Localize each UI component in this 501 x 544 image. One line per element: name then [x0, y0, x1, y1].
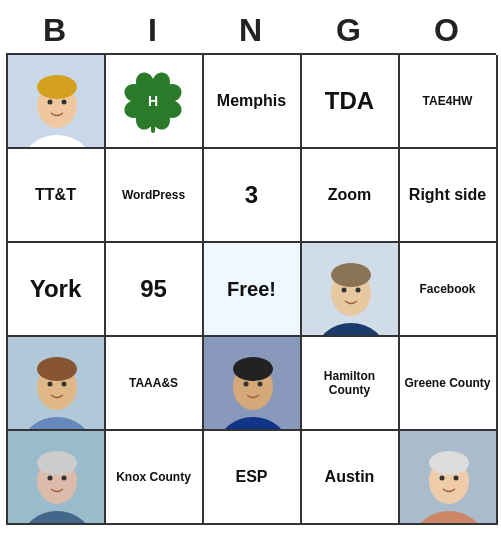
bingo-header: BINGO [6, 8, 496, 53]
cell-text-r3-c3: Hamilton County [304, 369, 396, 398]
svg-point-17 [37, 357, 77, 381]
cell-r3-c2 [204, 337, 302, 431]
cell-r4-c0 [8, 431, 106, 525]
header-letter-g: G [300, 8, 398, 53]
svg-point-25 [257, 382, 262, 387]
cell-r1-c4: Right side [400, 149, 498, 243]
bingo-grid: H MemphisTDATAE4HWTT&TWordPress3ZoomRigh… [6, 53, 496, 525]
cell-text-r0-c4: TAE4HW [423, 94, 473, 108]
svg-text:H: H [148, 93, 158, 109]
header-letter-i: I [104, 8, 202, 53]
svg-point-19 [61, 382, 66, 387]
svg-point-23 [233, 357, 273, 381]
svg-point-4 [47, 100, 52, 105]
header-letter-n: N [202, 8, 300, 53]
cell-text-r0-c3: TDA [325, 87, 374, 115]
cell-text-r1-c0: TT&T [35, 186, 76, 204]
svg-point-35 [429, 451, 469, 475]
cell-r3-c3: Hamilton County [302, 337, 400, 431]
cell-r1-c2: 3 [204, 149, 302, 243]
header-letter-b: B [6, 8, 104, 53]
cell-r1-c0: TT&T [8, 149, 106, 243]
svg-point-37 [453, 476, 458, 481]
cell-r0-c3: TDA [302, 55, 400, 149]
cell-r3-c4: Greene County [400, 337, 498, 431]
cell-r0-c2: Memphis [204, 55, 302, 149]
cell-text-r4-c1: Knox County [116, 470, 191, 484]
cell-r4-c2: ESP [204, 431, 302, 525]
svg-point-11 [331, 263, 371, 287]
svg-point-29 [37, 451, 77, 475]
cell-text-r2-c1: 95 [140, 275, 167, 303]
cell-r2-c0: York [8, 243, 106, 337]
cell-text-r1-c4: Right side [409, 185, 486, 204]
free-space-text: Free! [227, 278, 276, 301]
svg-point-31 [61, 476, 66, 481]
cell-r4-c1: Knox County [106, 431, 204, 525]
cell-r0-c4: TAE4HW [400, 55, 498, 149]
cell-r2-c4: Facebook [400, 243, 498, 337]
svg-point-36 [439, 476, 444, 481]
svg-point-3 [37, 75, 77, 99]
header-letter-o: O [398, 8, 496, 53]
cell-r2-c3 [302, 243, 400, 337]
cell-text-r3-c1: TAAA&S [129, 376, 178, 390]
cell-text-r2-c0: York [30, 275, 82, 303]
cell-r4-c3: Austin [302, 431, 400, 525]
cell-r1-c3: Zoom [302, 149, 400, 243]
svg-point-13 [355, 288, 360, 293]
cell-text-r3-c4: Greene County [404, 376, 490, 390]
cell-r0-c1: H [106, 55, 204, 149]
cell-r0-c0 [8, 55, 106, 149]
cell-r2-c2: Free! [204, 243, 302, 337]
cell-text-r0-c2: Memphis [217, 92, 286, 110]
cell-text-r4-c2: ESP [235, 468, 267, 486]
cell-text-r2-c4: Facebook [419, 282, 475, 296]
svg-point-30 [47, 476, 52, 481]
svg-point-18 [47, 382, 52, 387]
cell-r3-c1: TAAA&S [106, 337, 204, 431]
cell-text-r1-c2: 3 [245, 181, 258, 209]
bingo-card: BINGO [6, 8, 496, 525]
svg-point-12 [341, 288, 346, 293]
clover-icon: H [121, 66, 186, 136]
svg-point-24 [243, 382, 248, 387]
cell-r4-c4 [400, 431, 498, 525]
cell-r3-c0 [8, 337, 106, 431]
cell-r1-c1: WordPress [106, 149, 204, 243]
cell-text-r1-c1: WordPress [122, 188, 185, 202]
svg-rect-7 [151, 121, 155, 133]
cell-text-r4-c3: Austin [325, 468, 375, 486]
cell-r2-c1: 95 [106, 243, 204, 337]
svg-point-5 [61, 100, 66, 105]
cell-text-r1-c3: Zoom [328, 186, 372, 204]
